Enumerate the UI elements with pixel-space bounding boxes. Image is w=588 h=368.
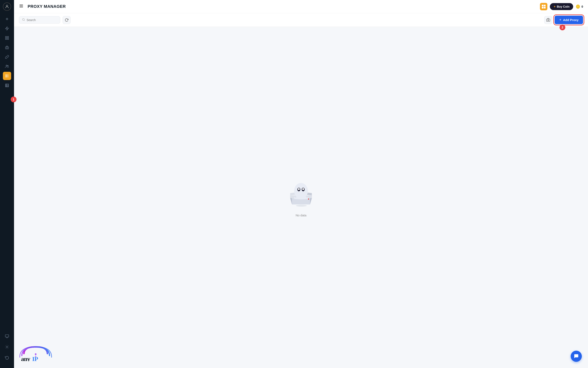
- svg-point-0: [6, 5, 8, 7]
- buy-coin-label: Buy Coin: [557, 5, 570, 8]
- svg-point-50: [302, 188, 304, 190]
- screenshot-button[interactable]: [544, 16, 552, 24]
- svg-rect-34: [542, 7, 543, 8]
- svg-rect-7: [8, 38, 9, 40]
- sidebar-item-device[interactable]: [3, 332, 11, 340]
- hamburger-icon[interactable]: [19, 4, 24, 9]
- no-data-label: No data: [296, 213, 307, 217]
- toolbar: + Add Proxy 2: [14, 13, 588, 27]
- sidebar-item-add[interactable]: [3, 15, 11, 23]
- buy-coin-button[interactable]: + Buy Coin: [550, 3, 573, 10]
- svg-point-39: [548, 20, 549, 21]
- topbar: PROXY MANAGER + Buy Coin 🪙 0: [14, 0, 588, 13]
- svg-point-9: [6, 48, 7, 48]
- svg-point-10: [8, 48, 8, 48]
- svg-rect-35: [544, 7, 545, 8]
- top-app-icon: [540, 3, 547, 10]
- sidebar-item-settings[interactable]: [3, 343, 11, 351]
- svg-rect-8: [6, 47, 9, 49]
- content-area: No data: [14, 27, 588, 368]
- buy-coin-plus: +: [553, 5, 555, 9]
- step-badge-1: 1: [11, 97, 17, 102]
- svg-point-12: [6, 65, 7, 66]
- search-box[interactable]: [19, 16, 60, 24]
- sidebar-item-lightning[interactable]: [3, 24, 11, 33]
- svg-rect-38: [547, 19, 550, 21]
- svg-point-19: [6, 77, 6, 77]
- svg-rect-33: [544, 5, 545, 6]
- svg-rect-6: [6, 38, 7, 40]
- sidebar-item-data-table[interactable]: [3, 81, 11, 90]
- sidebar: 1: [0, 0, 14, 368]
- sidebar-item-users[interactable]: [3, 62, 11, 71]
- sidebar-item-grid[interactable]: [3, 34, 11, 42]
- svg-line-37: [24, 20, 25, 21]
- svg-rect-4: [6, 37, 7, 38]
- chat-bubble-button[interactable]: [571, 351, 582, 362]
- svg-point-13: [8, 65, 8, 66]
- avatar[interactable]: [3, 2, 11, 11]
- sidebar-item-refresh[interactable]: [3, 354, 11, 362]
- add-proxy-label: Add Proxy: [563, 18, 579, 22]
- main-content: PROXY MANAGER + Buy Coin 🪙 0: [14, 0, 588, 368]
- coin-icon: 🪙: [576, 4, 580, 9]
- svg-point-17: [6, 75, 6, 75]
- add-proxy-button[interactable]: + Add Proxy: [555, 16, 583, 24]
- page-title: PROXY MANAGER: [28, 4, 66, 9]
- svg-point-51: [296, 205, 307, 206]
- search-icon: [22, 18, 25, 22]
- coin-balance-value: 0: [581, 5, 583, 8]
- step-badge-2: 2: [560, 25, 565, 30]
- svg-rect-5: [8, 37, 9, 38]
- svg-rect-32: [542, 5, 543, 6]
- empty-state: No data: [287, 178, 316, 217]
- search-input[interactable]: [27, 18, 57, 22]
- svg-point-28: [7, 347, 8, 348]
- sidebar-item-robot[interactable]: [3, 43, 11, 52]
- refresh-button[interactable]: [63, 16, 71, 24]
- sidebar-item-link[interactable]: [3, 53, 11, 61]
- add-proxy-plus-icon: +: [559, 18, 561, 22]
- svg-point-36: [22, 18, 24, 20]
- svg-point-49: [298, 188, 300, 190]
- svg-marker-3: [6, 27, 9, 30]
- svg-point-18: [6, 76, 6, 76]
- svg-point-52: [308, 198, 309, 200]
- sidebar-item-proxy-manager[interactable]: [3, 72, 11, 80]
- ghost-illustration: [287, 178, 316, 211]
- svg-rect-25: [5, 335, 9, 337]
- svg-point-46: [294, 183, 308, 199]
- coin-balance: 🪙 0: [576, 4, 583, 9]
